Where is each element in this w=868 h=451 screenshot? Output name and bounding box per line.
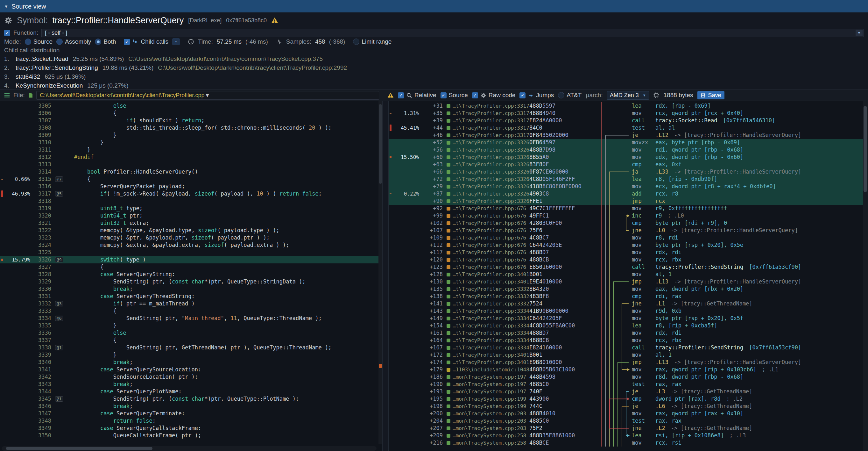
line-badge — [55, 153, 74, 161]
source-line[interactable]: 3312#endif — [0, 153, 382, 161]
source-line[interactable]: 3333 { — [0, 307, 382, 315]
line-badge — [55, 249, 74, 256]
uarch-select[interactable]: AMD Zen 3 ▼ — [607, 91, 649, 100]
raw-code-checkbox[interactable]: ✓ — [472, 92, 478, 98]
source-line[interactable]: 3348 return false; — [0, 417, 382, 425]
asm-location: …t\TracyProfiler.cpp:3317 — [446, 124, 529, 131]
line-badge — [55, 124, 74, 131]
line-number: 3338 — [32, 344, 55, 351]
source-line[interactable]: 3306 { — [0, 110, 382, 117]
chevron-down-icon[interactable]: ▼ — [856, 30, 863, 36]
source-line[interactable]: 3345@1 SendString( ptr, (const char*)ptr… — [0, 395, 382, 402]
function-select[interactable]: [ - self - ] ▼ — [41, 29, 864, 37]
window-vertical-scrollbar[interactable] — [863, 101, 868, 451]
source-line[interactable]: 3342 SendSourceLocation( ptr ); — [0, 373, 382, 381]
scrollbar-thumb[interactable] — [864, 106, 867, 192]
mode-radio-both[interactable]: Both — [95, 38, 116, 45]
source-line[interactable]: 3349 case ServerQueryCallstackFrame: — [0, 425, 382, 432]
scrollbar-thumb[interactable] — [379, 104, 382, 184]
child-call-row[interactable]: 2.tracy::Profiler::SendLongString19.88 m… — [4, 63, 864, 72]
source-line[interactable]: 3344 case ServerQueryPlotName: — [0, 388, 382, 395]
line-number: 3346 — [32, 402, 55, 410]
chevron-down-icon[interactable]: ▼ — [204, 92, 210, 99]
source-file-icon — [446, 126, 451, 130]
child-calls-checkbox[interactable]: ✓ — [124, 39, 130, 45]
source-toggle[interactable]: ✓ Source — [440, 92, 468, 99]
att-toggle[interactable]: AT&T — [558, 92, 582, 99]
source-view-window: ▼ Source view Symbol: tracy::Profiler::H… — [0, 0, 868, 451]
mode-radio-source[interactable]: Source — [25, 38, 53, 45]
child-call-row[interactable]: 3.stat64i32625 μs (1.36%) — [4, 72, 864, 81]
function-checkbox[interactable]: ✓ — [4, 30, 10, 36]
source-line[interactable]: 3325 — [0, 249, 382, 256]
file-list-icon[interactable] — [3, 92, 10, 99]
source-line[interactable]: 3328 case ServerQueryString: — [0, 271, 382, 278]
mode-radio-assembly[interactable]: Assembly — [56, 38, 91, 45]
source-line[interactable]: 3329 SendString( ptr, (const char*)ptr, … — [0, 278, 382, 285]
source-line[interactable]: 3347 case ServerQueryTerminate: — [0, 410, 382, 417]
source-line[interactable]: 3316 ServerQueryPacket payload; — [0, 183, 382, 190]
source-line[interactable]: 3314 bool Profiler::HandleServerQuery() — [0, 168, 382, 176]
jumps-checkbox[interactable]: ✓ — [520, 92, 526, 98]
relative-checkbox[interactable]: ✓ — [398, 92, 404, 98]
source-horizontal-scrollbar[interactable] — [2, 446, 376, 451]
source-line[interactable]: 3323 memcpy( &ptr, &payload.ptr, sizeof(… — [0, 234, 382, 241]
source-line[interactable]: 46.93%3317@5 if( !m_sock->Read( &payload… — [0, 190, 382, 198]
source-line[interactable]: 3305 else — [0, 102, 382, 110]
line-number: 3312 — [32, 153, 55, 161]
asm-operands-text: ecx, dword ptr [r8 + rax*4 + 0xdbfe0] — [655, 183, 776, 189]
source-line[interactable]: 3346 break; — [0, 402, 382, 410]
source-line[interactable]: 3338@1 SendString( ptr, GetThreadName( p… — [0, 344, 382, 351]
child-call-row[interactable]: 4.KeSynchronizeExecution125 μs (0.27%) — [4, 81, 864, 90]
titlebar[interactable]: ▼ Source view — [0, 0, 868, 12]
source-line[interactable]: 3324 memcpy( &extra, &payload.extra, siz… — [0, 241, 382, 249]
relative-toggle[interactable]: ✓ Relative — [398, 92, 436, 99]
save-button[interactable]: Save — [698, 91, 724, 99]
child-call-row[interactable]: 1.tracy::Socket::Read25.25 ms (54.89%)C:… — [4, 55, 864, 63]
asm-bytes: 744C — [529, 402, 597, 410]
source-line[interactable]: 3337 { — [0, 337, 382, 344]
source-line[interactable]: 3308 std::this_thread::sleep_for( std::c… — [0, 124, 382, 131]
source-line[interactable]: 3340 break; — [0, 359, 382, 366]
child-calls-toggle[interactable]: ✓ Child calls — [124, 38, 168, 45]
scrollbar-thumb[interactable] — [6, 447, 152, 450]
asm-location-text: …t\TracyProfiler.cpp:3332 — [453, 293, 529, 300]
asm-note: -> [tracy::Profiler::HandleServerQuery] — [671, 227, 798, 234]
source-line[interactable]: 3320 uint64_t ptr; — [0, 212, 382, 219]
source-line[interactable]: 3331 case ServerQueryThreadString: — [0, 293, 382, 300]
source-line[interactable]: 3343 break; — [0, 381, 382, 388]
line-badge: @7 — [55, 176, 74, 183]
source-checkbox[interactable]: ✓ — [440, 92, 446, 98]
asm-operands-text: rcx — [655, 198, 665, 204]
source-line[interactable]: 3341 case ServerQuerySourceLocation: — [0, 366, 382, 373]
source-file-icon — [446, 148, 451, 152]
source-line[interactable]: 3334@6 SendString( ptr, "Main thread", 1… — [0, 315, 382, 322]
source-line[interactable]: 3319 uint8_t type; — [0, 205, 382, 212]
raw-code-toggle[interactable]: ✓ Raw code — [472, 92, 516, 99]
source-line[interactable]: 3330 break; — [0, 285, 382, 293]
source-line[interactable]: 15.79%3326@9 switch( type ) — [0, 256, 382, 263]
source-line[interactable]: 3313 — [0, 161, 382, 168]
source-line[interactable]: 3322 memcpy( &type, &payload.type, sizeo… — [0, 227, 382, 234]
source-line[interactable]: 3336 else — [0, 329, 382, 337]
source-line[interactable]: 3309 } — [0, 131, 382, 139]
source-line[interactable]: 3310 } — [0, 139, 382, 146]
source-line[interactable]: 3327 { — [0, 263, 382, 271]
go-to-parent-button[interactable]: ↑ — [172, 38, 180, 45]
source-line[interactable]: 0.66%3315@7 { — [0, 176, 382, 183]
jumps-toggle[interactable]: ✓ Jumps — [520, 92, 554, 99]
collapse-icon[interactable]: ▼ — [4, 4, 8, 9]
source-line[interactable]: 3318 — [0, 198, 382, 205]
source-line[interactable]: 3307 if( shouldExit ) return; — [0, 117, 382, 124]
source-line[interactable]: 3339 } — [0, 351, 382, 359]
source-vertical-scrollbar[interactable] — [378, 101, 382, 444]
file-path-select[interactable]: C:\Users\wolf\Desktop\darkrl\contrib\tra… — [36, 91, 379, 100]
limit-range-toggle[interactable]: Limit range — [353, 38, 392, 45]
source-line[interactable]: 3311 } — [0, 146, 382, 153]
source-line[interactable]: 3350 QueueCallstackFrame( ptr ); — [0, 432, 382, 439]
source-line[interactable]: 3335 } — [0, 322, 382, 329]
source-code-text: if( shouldExit ) return; — [74, 117, 382, 124]
source-line[interactable]: 3321 uint32_t extra; — [0, 219, 382, 227]
pane-divider[interactable] — [382, 101, 388, 451]
source-line[interactable]: 3332@3 if( ptr == m_mainThread ) — [0, 300, 382, 307]
